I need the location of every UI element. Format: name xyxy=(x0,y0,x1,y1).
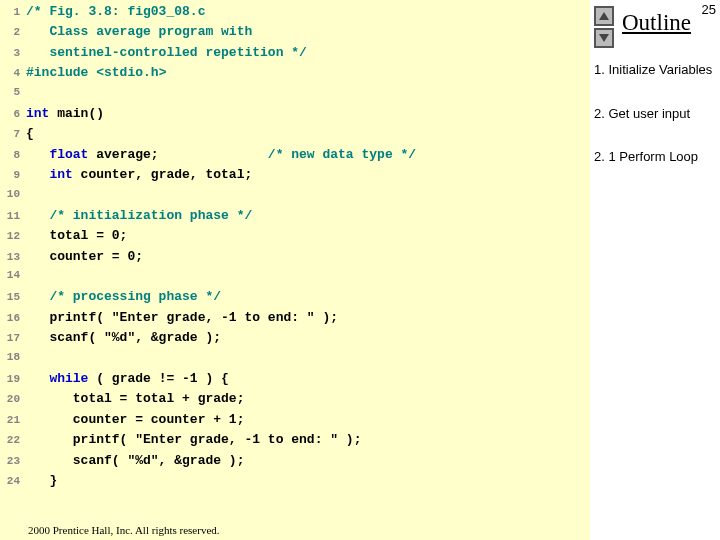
copyright-text: 2000 Prentice Hall, Inc. All rights rese… xyxy=(28,524,220,536)
line-number: 10 xyxy=(0,188,26,200)
code-line: 7{ xyxy=(0,126,590,146)
code-line: 2 Class average program with xyxy=(0,24,590,44)
outline-item: 1. Initialize Variables xyxy=(594,62,718,78)
outline-item: 2. 1 Perform Loop xyxy=(594,149,718,165)
code-text: total = total + grade; xyxy=(26,391,244,406)
line-number: 4 xyxy=(0,67,26,79)
code-text: scanf( "%d", &grade ); xyxy=(26,453,244,468)
code-text: int counter, grade, total; xyxy=(26,167,252,182)
line-number: 13 xyxy=(0,251,26,263)
line-number: 7 xyxy=(0,128,26,140)
slide: 1/* Fig. 3.8: fig03_08.c2 Class average … xyxy=(0,0,720,540)
code-text: scanf( "%d", &grade ); xyxy=(26,330,221,345)
code-line: 17 scanf( "%d", &grade ); xyxy=(0,330,590,350)
code-line: 24 } xyxy=(0,473,590,493)
code-line: 18 xyxy=(0,351,590,371)
code-line: 3 sentinel-controlled repetition */ xyxy=(0,45,590,65)
line-number: 1 xyxy=(0,6,26,18)
code-text: counter = counter + 1; xyxy=(26,412,244,427)
code-text: /* Fig. 3.8: fig03_08.c xyxy=(26,4,205,19)
line-number: 23 xyxy=(0,455,26,467)
code-text: Class average program with xyxy=(26,24,252,39)
line-number: 5 xyxy=(0,86,26,98)
line-number: 11 xyxy=(0,210,26,222)
code-text: { xyxy=(26,126,34,141)
code-line: 1/* Fig. 3.8: fig03_08.c xyxy=(0,4,590,24)
code-line: 19 while ( grade != -1 ) { xyxy=(0,371,590,391)
code-line: 15 /* processing phase */ xyxy=(0,289,590,309)
code-text: #include <stdio.h> xyxy=(26,65,166,80)
line-number: 20 xyxy=(0,393,26,405)
code-text: int main() xyxy=(26,106,104,121)
nav-down-button[interactable] xyxy=(594,28,614,48)
line-number: 3 xyxy=(0,47,26,59)
line-number: 8 xyxy=(0,149,26,161)
code-text: total = 0; xyxy=(26,228,127,243)
line-number: 12 xyxy=(0,230,26,242)
outline-title: Outline xyxy=(622,10,691,36)
code-text: /* initialization phase */ xyxy=(26,208,252,223)
outline-panel: Outline 25 1. Initialize Variables 2. Ge… xyxy=(590,0,720,540)
line-number: 6 xyxy=(0,108,26,120)
code-line: 22 printf( "Enter grade, -1 to end: " ); xyxy=(0,432,590,452)
code-line: 5 xyxy=(0,86,590,106)
code-line: 11 /* initialization phase */ xyxy=(0,208,590,228)
line-number: 15 xyxy=(0,291,26,303)
line-number: 18 xyxy=(0,351,26,363)
outline-items: 1. Initialize Variables 2. Get user inpu… xyxy=(594,62,718,193)
code-line: 16 printf( "Enter grade, -1 to end: " ); xyxy=(0,310,590,330)
code-line: 21 counter = counter + 1; xyxy=(0,412,590,432)
code-line: 12 total = 0; xyxy=(0,228,590,248)
code-text: float average; /* new data type */ xyxy=(26,147,416,162)
code-line: 23 scanf( "%d", &grade ); xyxy=(0,453,590,473)
code-line: 14 xyxy=(0,269,590,289)
line-number: 21 xyxy=(0,414,26,426)
code-line: 20 total = total + grade; xyxy=(0,391,590,411)
line-number: 14 xyxy=(0,269,26,281)
triangle-up-icon xyxy=(599,12,609,20)
code-text: counter = 0; xyxy=(26,249,143,264)
line-number: 22 xyxy=(0,434,26,446)
line-number: 19 xyxy=(0,373,26,385)
outline-item: 2. Get user input xyxy=(594,106,718,122)
code-text: while ( grade != -1 ) { xyxy=(26,371,229,386)
code-line: 9 int counter, grade, total; xyxy=(0,167,590,187)
code-line: 4#include <stdio.h> xyxy=(0,65,590,85)
code-line: 13 counter = 0; xyxy=(0,249,590,269)
line-number: 24 xyxy=(0,475,26,487)
code-text: } xyxy=(26,473,65,488)
line-number: 2 xyxy=(0,26,26,38)
line-number: 16 xyxy=(0,312,26,324)
code-line: 10 xyxy=(0,188,590,208)
code-text: /* processing phase */ xyxy=(26,289,221,304)
nav-up-button[interactable] xyxy=(594,6,614,26)
code-line: 8 float average; /* new data type */ xyxy=(0,147,590,167)
code-panel: 1/* Fig. 3.8: fig03_08.c2 Class average … xyxy=(0,0,590,540)
code-line: 6int main() xyxy=(0,106,590,126)
line-number: 17 xyxy=(0,332,26,344)
code-text: sentinel-controlled repetition */ xyxy=(26,45,307,60)
nav-buttons xyxy=(594,6,614,48)
line-number: 9 xyxy=(0,169,26,181)
code-text: printf( "Enter grade, -1 to end: " ); xyxy=(26,310,338,325)
page-number: 25 xyxy=(702,2,716,17)
triangle-down-icon xyxy=(599,34,609,42)
code-text: printf( "Enter grade, -1 to end: " ); xyxy=(26,432,361,447)
